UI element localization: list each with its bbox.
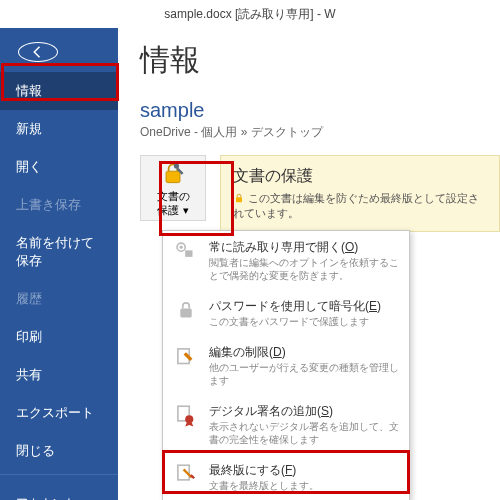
dropdown-item-3[interactable]: デジタル署名の追加(S)表示されないデジタル署名を追加して、文書の完全性を確保し… (163, 395, 409, 454)
sidebar-item-7[interactable]: 共有 (0, 356, 118, 394)
highlight-protect-button (159, 161, 234, 236)
protect-info-title: 文書の保護 (233, 166, 487, 187)
dropdown-item-2[interactable]: 編集の制限(D)他のユーザーが行える変更の種類を管理します (163, 336, 409, 395)
sidebar-footer-0[interactable]: アカウント (0, 487, 118, 500)
ribbon-icon (173, 403, 199, 429)
sidebar-item-6[interactable]: 印刷 (0, 318, 118, 356)
svg-point-4 (180, 246, 183, 249)
protect-info-body: この文書は編集を防ぐため最終版として設定されています。 (233, 191, 487, 221)
eye-lock-icon (173, 239, 199, 265)
dropdown-item-0[interactable]: 常に読み取り専用で開く(O)閲覧者に編集へのオプトインを依頼することで偶発的な変… (163, 231, 409, 290)
dropdown-desc: 他のユーザーが行える変更の種類を管理します (209, 361, 399, 387)
dropdown-desc: 表示されないデジタル署名を追加して、文書の完全性を確保します (209, 420, 399, 446)
highlight-info-tab (1, 63, 119, 101)
svg-rect-5 (185, 250, 192, 257)
sidebar-item-9[interactable]: 閉じる (0, 432, 118, 470)
svg-rect-6 (180, 309, 191, 318)
page-title: 情報 (140, 40, 500, 81)
sidebar-item-1[interactable]: 新規 (0, 110, 118, 148)
dropdown-title: パスワードを使用して暗号化(E) (209, 298, 399, 315)
dropdown-title: 編集の制限(D) (209, 344, 399, 361)
sidebar-item-5: 履歴 (0, 280, 118, 318)
pencil-block-icon (173, 344, 199, 370)
svg-rect-2 (236, 197, 242, 202)
highlight-final-option (162, 450, 410, 494)
dropdown-desc: この文書をパスワードで保護します (209, 315, 399, 328)
lock-small-icon (233, 192, 245, 204)
window-title: sample.docx [読み取り専用] - W (0, 0, 500, 28)
protect-info-panel: 文書の保護 この文書は編集を防ぐため最終版として設定されています。 (220, 155, 500, 232)
lock-icon (173, 298, 199, 324)
document-name: sample (140, 99, 500, 122)
sidebar-item-2[interactable]: 開く (0, 148, 118, 186)
dropdown-title: デジタル署名の追加(S) (209, 403, 399, 420)
back-button[interactable] (18, 42, 58, 62)
sidebar-item-4[interactable]: 名前を付けて保存 (0, 224, 118, 280)
dropdown-item-1[interactable]: パスワードを使用して暗号化(E)この文書をパスワードで保護します (163, 290, 409, 336)
sidebar-item-3: 上書き保存 (0, 186, 118, 224)
svg-point-9 (185, 415, 193, 423)
sidebar-item-8[interactable]: エクスポート (0, 394, 118, 432)
arrow-left-icon (29, 43, 47, 61)
dropdown-desc: 閲覧者に編集へのオプトインを依頼することで偶発的な変更を防ぎます。 (209, 256, 399, 282)
dropdown-title: 常に読み取り専用で開く(O) (209, 239, 399, 256)
document-path[interactable]: OneDrive - 個人用 » デスクトップ (140, 124, 500, 141)
